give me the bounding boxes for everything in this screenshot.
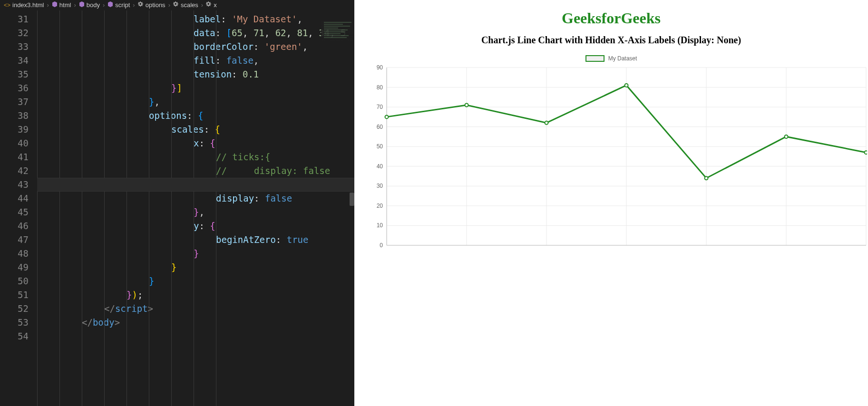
line-number: 49 (0, 261, 29, 274)
code-line[interactable]: } (37, 247, 354, 261)
y-tick-label: 70 (377, 104, 383, 110)
code-line[interactable]: x: { (37, 136, 354, 150)
code-line[interactable]: </body> (37, 316, 354, 329)
line-number: 36 (0, 81, 29, 95)
line-number: 53 (0, 316, 29, 329)
line-number: 41 (0, 150, 29, 164)
breadcrumb-item[interactable]: x (206, 1, 217, 9)
y-tick-label: 60 (377, 124, 383, 130)
code-line[interactable]: display: false (37, 192, 354, 205)
code-line[interactable]: } (37, 274, 354, 288)
code-line[interactable]: // display: false (37, 164, 354, 178)
code-line[interactable]: beginAtZero: true (37, 233, 354, 247)
code-line[interactable]: // ticks:{ (37, 150, 354, 164)
y-tick-label: 20 (377, 203, 383, 209)
line-number: 39 (0, 123, 29, 136)
code-line[interactable]: label: 'My Dataset', (37, 12, 354, 26)
breadcrumb-label: html (59, 1, 71, 9)
data-point (625, 84, 628, 87)
code-line[interactable]: }, (37, 205, 354, 219)
code-area[interactable]: 3132333435363738394041424344454647484950… (0, 10, 354, 406)
data-point (705, 176, 708, 180)
breadcrumb-item[interactable]: scales (173, 1, 198, 9)
code-line[interactable]: borderColor: 'green', (37, 40, 354, 54)
code-editor[interactable]: <>index3.html›html›body›script›options›s… (0, 0, 354, 406)
line-number: 52 (0, 302, 29, 316)
breadcrumb-label: index3.html (12, 1, 44, 9)
breadcrumb-item[interactable]: <>index3.html (4, 1, 44, 9)
wrench-icon (138, 1, 144, 9)
code-content[interactable]: label: 'My Dataset',data: [65, 71, 62, 8… (37, 10, 354, 406)
line-number: 32 (0, 26, 29, 40)
minimap[interactable] (321, 21, 354, 78)
y-tick-label: 90 (377, 65, 383, 71)
code-line[interactable]: </script> (37, 302, 354, 316)
data-point (545, 121, 548, 125)
code-line[interactable]: }, (37, 95, 354, 109)
data-point (785, 135, 788, 138)
legend-label: My Dataset (608, 55, 637, 62)
chart-legend[interactable]: My Dataset (354, 55, 868, 62)
breadcrumb-item[interactable]: body (79, 1, 100, 9)
line-number: 37 (0, 95, 29, 109)
line-number: 45 (0, 205, 29, 219)
breadcrumb-item[interactable]: options (138, 1, 166, 9)
y-tick-label: 0 (380, 242, 383, 249)
data-point (385, 115, 389, 118)
breadcrumb-label: script (115, 1, 130, 9)
line-number: 34 (0, 54, 29, 68)
line-number: 33 (0, 40, 29, 54)
line-number: 47 (0, 233, 29, 247)
line-number: 42 (0, 164, 29, 178)
line-number: 50 (0, 274, 29, 288)
cube-icon (107, 1, 113, 9)
file-icon: <> (4, 2, 10, 9)
brand-heading: GeeksforGeeks (354, 10, 868, 27)
chart-title: Chart.js Line Chart with Hidden X-Axis L… (354, 35, 868, 46)
line-number: 51 (0, 288, 29, 302)
line-number: 46 (0, 219, 29, 233)
line-gutter: 3132333435363738394041424344454647484950… (0, 10, 37, 406)
breadcrumb-label: body (87, 1, 100, 9)
breadcrumb-label: scales (181, 1, 198, 9)
line-number: 40 (0, 136, 29, 150)
breadcrumb-label: options (146, 1, 166, 9)
wrench-icon (206, 1, 212, 9)
line-number: 54 (0, 329, 29, 343)
code-line[interactable]: y: { (37, 219, 354, 233)
code-line[interactable]: options: { (37, 109, 354, 123)
line-number: 43 (0, 178, 29, 192)
code-line[interactable] (37, 329, 354, 343)
line-number: 44 (0, 192, 29, 205)
breadcrumb-label: x (214, 1, 217, 9)
code-line[interactable]: }); (37, 288, 354, 302)
code-line[interactable]: } (37, 261, 354, 274)
y-tick-label: 30 (377, 183, 383, 189)
line-chart: 0102030405060708090 (368, 65, 868, 255)
y-tick-label: 50 (377, 143, 383, 150)
y-tick-label: 40 (377, 163, 383, 170)
code-line[interactable]: }] (37, 81, 354, 95)
code-line[interactable]: data: [65, 71, 62, 81, 34, 5 (37, 26, 354, 40)
breadcrumb-item[interactable]: html (52, 1, 71, 9)
legend-swatch (585, 55, 605, 62)
preview-pane: GeeksforGeeks Chart.js Line Chart with H… (354, 0, 868, 406)
code-line[interactable]: fill: false, (37, 54, 354, 68)
y-tick-label: 80 (377, 84, 383, 91)
scrollbar-thumb[interactable] (350, 193, 354, 206)
breadcrumb-item[interactable]: script (107, 1, 130, 9)
code-line[interactable]: tension: 0.1 (37, 68, 354, 81)
breadcrumb[interactable]: <>index3.html›html›body›script›options›s… (0, 0, 354, 10)
y-tick-label: 10 (377, 222, 383, 229)
cube-icon (79, 1, 85, 9)
cube-icon (52, 1, 58, 9)
data-point (865, 151, 868, 154)
code-line[interactable]: // } (37, 178, 354, 192)
data-point (465, 103, 468, 106)
line-number: 38 (0, 109, 29, 123)
line-number: 48 (0, 247, 29, 261)
code-line[interactable]: scales: { (37, 123, 354, 136)
wrench-icon (173, 1, 179, 9)
line-number: 31 (0, 12, 29, 26)
line-number: 35 (0, 68, 29, 81)
